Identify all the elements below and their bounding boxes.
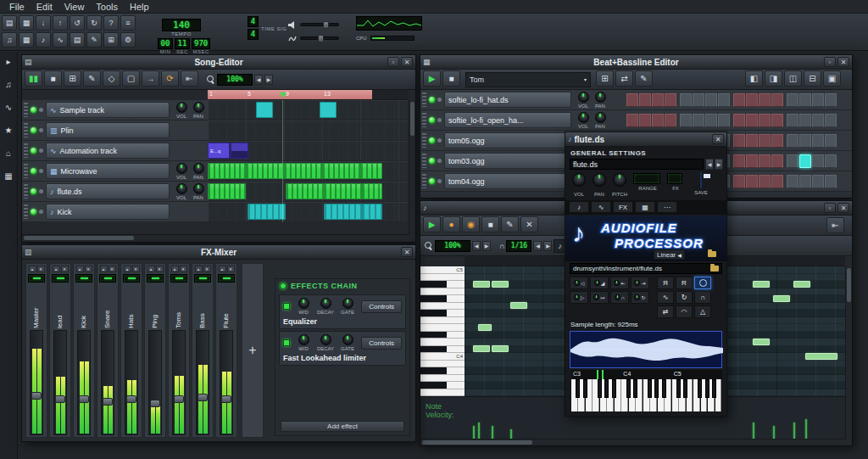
piano-key[interactable]: C5 — [420, 266, 465, 274]
remove-bar-button[interactable]: ◨ — [765, 70, 782, 87]
beat-cell[interactable] — [693, 93, 704, 107]
beat-cell[interactable] — [812, 154, 824, 168]
vertical-scrollbar[interactable] — [845, 266, 852, 439]
track-name-button[interactable]: ♪ flute.ds — [46, 183, 170, 199]
beat-cell[interactable] — [825, 175, 837, 188]
beat-cell[interactable] — [733, 154, 745, 168]
wet-dry-knob[interactable] — [298, 298, 309, 309]
play-button[interactable]: ▶ — [423, 70, 441, 87]
beat-cell[interactable] — [825, 93, 837, 107]
track-grip[interactable] — [422, 92, 426, 107]
instrument-name-field[interactable]: flute.ds — [570, 159, 704, 170]
piano-key[interactable] — [420, 274, 465, 282]
automation-editor-toggle[interactable]: ∿ — [53, 32, 68, 48]
pattern-block[interactable] — [248, 204, 286, 220]
track-grip[interactable] — [24, 204, 28, 219]
beat-cell[interactable] — [665, 93, 676, 107]
note[interactable] — [753, 339, 770, 345]
track-solo-dot[interactable] — [437, 159, 442, 163]
beat-cell[interactable] — [680, 114, 692, 127]
velocity-line[interactable] — [492, 426, 493, 439]
bb-editor-toggle[interactable]: ▦ — [19, 32, 34, 48]
channel-fader[interactable] — [101, 330, 114, 435]
instruments[interactable]: ♫ — [3, 78, 15, 91]
track-name-button[interactable]: tom04.ogg — [444, 173, 571, 189]
velocity-line[interactable] — [478, 423, 480, 439]
channel-name[interactable]: Bass — [198, 284, 207, 328]
open-project-button[interactable]: ▦ — [19, 15, 34, 31]
note[interactable] — [478, 324, 492, 331]
save-project-button[interactable]: ↓ — [36, 15, 51, 31]
track-solo-dot[interactable] — [39, 189, 43, 193]
beat-cell[interactable] — [812, 134, 824, 148]
beat-cell[interactable] — [787, 114, 798, 127]
pan-knob[interactable] — [593, 173, 606, 187]
controller-rack-toggle[interactable]: ⊞ — [103, 32, 119, 48]
note[interactable] — [805, 353, 837, 360]
mixer-channel[interactable]: ▴ ▾ Flute — [215, 263, 237, 438]
loop-region[interactable] — [208, 90, 372, 99]
next-preset-button[interactable]: ▶ — [715, 159, 723, 170]
piano-key[interactable] — [420, 281, 465, 288]
mixer-channel[interactable]: ▴ ▾ Bass — [192, 263, 214, 438]
beat-cell[interactable] — [759, 175, 771, 188]
loop-off-button[interactable]: ↻ — [676, 291, 693, 304]
menu-item[interactable]: Help — [124, 0, 155, 14]
beat-cell[interactable] — [759, 114, 771, 127]
beat-cell[interactable] — [733, 93, 745, 107]
piano-key[interactable] — [420, 367, 465, 375]
channel-down-button[interactable]: ▾ — [227, 266, 235, 272]
pitch-knob[interactable] — [613, 173, 626, 187]
track-grip[interactable] — [24, 164, 28, 178]
beat-cell[interactable] — [718, 93, 730, 107]
stop-button[interactable]: ■ — [481, 216, 499, 232]
draw-button[interactable]: ✎ — [635, 70, 653, 87]
clone-bar-button[interactable]: ◫ — [784, 70, 802, 87]
pattern-block[interactable] — [360, 163, 382, 179]
playhead-marker[interactable] — [280, 92, 287, 98]
velocity-line[interactable] — [793, 423, 795, 439]
channel-fader[interactable] — [30, 330, 43, 435]
plugin-key-black[interactable] — [598, 379, 602, 398]
piano-key[interactable] — [420, 346, 465, 354]
beat-cell[interactable] — [746, 114, 758, 127]
channel-name[interactable]: Master — [32, 284, 41, 328]
fader-handle[interactable] — [55, 395, 65, 403]
channel-name[interactable]: lead — [56, 284, 64, 328]
piano-key[interactable] — [420, 375, 465, 383]
beat-cell[interactable] — [759, 134, 771, 148]
metronome-button[interactable]: ≡ — [120, 15, 136, 31]
channel-up-button[interactable]: ▴ — [147, 266, 155, 272]
song-editor-titlebar[interactable]: ▤ Song-Editor ▫ ✕ — [22, 55, 415, 70]
beat-cell[interactable] — [746, 93, 758, 107]
beat-cell[interactable] — [812, 175, 824, 188]
beat-cell[interactable] — [705, 114, 717, 127]
volume-knob[interactable] — [578, 92, 589, 103]
play-button[interactable]: ▶ — [423, 216, 441, 232]
fx-mixer-toggle[interactable]: ▤ — [70, 32, 85, 48]
controls-button[interactable]: Controls — [361, 337, 402, 350]
channel-up-button[interactable]: ▴ — [53, 266, 60, 272]
add-bar-button[interactable]: ◧ — [745, 70, 763, 87]
beat-cell[interactable] — [733, 175, 745, 188]
reverse-button[interactable]: Я — [657, 277, 674, 289]
controls-button[interactable]: Controls — [361, 300, 402, 313]
track-mute-led[interactable] — [429, 137, 435, 143]
channel-fader[interactable] — [196, 330, 209, 435]
beat-cell[interactable] — [771, 154, 783, 168]
channel-fader[interactable] — [172, 330, 186, 435]
beat-cell[interactable] — [799, 93, 811, 107]
pattern-block[interactable] — [322, 163, 360, 179]
channel-up-button[interactable]: ▴ — [29, 266, 36, 272]
track-solo-dot[interactable] — [437, 179, 442, 183]
volume-knob[interactable] — [578, 112, 589, 123]
close-button[interactable]: ✕ — [837, 57, 849, 67]
time-signature[interactable]: 4 4 TIME SIG — [248, 16, 287, 42]
maximize-button[interactable]: ▫ — [824, 57, 836, 67]
track-mute-led[interactable] — [31, 168, 36, 174]
channel-fader[interactable] — [220, 330, 233, 435]
effect-enable-checkbox[interactable] — [283, 339, 290, 346]
horizontal-scrollbar[interactable] — [420, 439, 845, 445]
channel-down-button[interactable]: ▾ — [108, 266, 116, 272]
beat-cell[interactable] — [825, 114, 837, 127]
